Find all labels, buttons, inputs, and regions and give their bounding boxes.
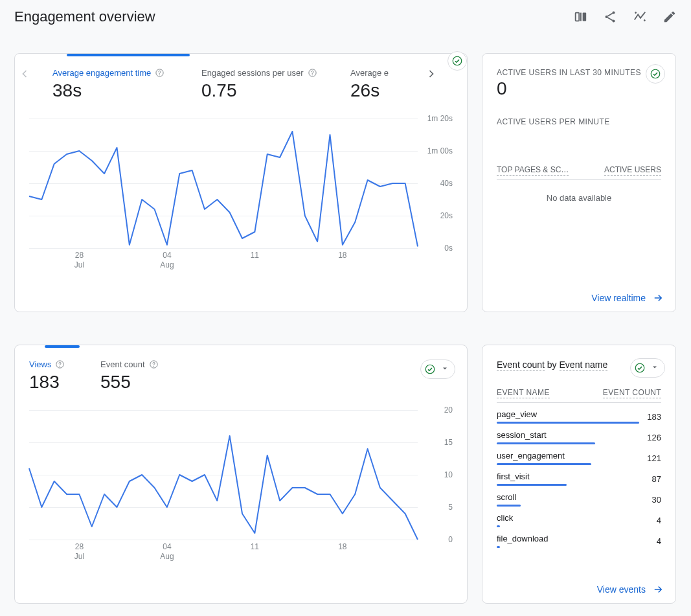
y-tick: 1m 20s — [427, 114, 453, 123]
arrow-right-icon — [652, 292, 664, 304]
metric-tab[interactable]: Engaged sessions per user0.75 — [201, 68, 350, 102]
event-name: session_start — [497, 430, 639, 440]
engagement-chart: 0s20s40s1m 00s1m 20s 28Jul04Aug1118 — [29, 119, 453, 273]
col-event-name: EVENT NAME — [497, 388, 550, 398]
realtime-headline-value: 0 — [497, 78, 661, 99]
page-header: Engagement overview — [14, 0, 677, 31]
help-icon[interactable] — [308, 68, 317, 78]
svg-point-14 — [60, 366, 60, 367]
data-quality-badge[interactable] — [646, 64, 665, 84]
event-bar — [497, 463, 591, 465]
event-value: 183 — [647, 412, 661, 422]
event-row[interactable]: page_view183 — [497, 403, 661, 424]
metric-value: 183 — [29, 371, 100, 393]
help-icon[interactable] — [155, 68, 164, 78]
x-tick: 04Aug — [160, 251, 174, 270]
view-realtime-link[interactable]: View realtime — [482, 284, 675, 312]
metric-name[interactable]: Event count — [497, 359, 545, 371]
x-tick: 28Jul — [74, 251, 84, 270]
event-bar — [497, 422, 639, 424]
edit-icon[interactable] — [663, 10, 677, 24]
data-quality-badge[interactable] — [630, 358, 665, 378]
share-icon[interactable] — [603, 10, 617, 24]
svg-point-16 — [153, 366, 153, 367]
x-tick: 18 — [338, 251, 346, 260]
card-event-breakdown: Event count by Event name EVENT NAME EVE… — [482, 345, 676, 604]
dimension-name[interactable]: Event name — [560, 359, 608, 371]
x-tick: 11 — [251, 251, 259, 260]
x-tick: 04Aug — [160, 542, 174, 562]
page-title: Engagement overview — [14, 8, 155, 25]
svg-point-17 — [635, 363, 644, 372]
y-tick: 0s — [444, 244, 453, 253]
metric-value: 38s — [52, 79, 201, 102]
event-bar — [497, 442, 595, 444]
arrow-right-icon — [652, 584, 664, 595]
event-name: click — [497, 513, 649, 523]
svg-point-8 — [159, 74, 160, 75]
metric-tabs: Average engagement time38sEngaged sessio… — [29, 68, 453, 102]
metric-tabs: Views183Event count555 — [29, 359, 453, 393]
metric-label: Average e — [350, 68, 402, 78]
realtime-col-users: ACTIVE USERS — [604, 165, 661, 176]
x-tick: 28Jul — [74, 542, 84, 562]
metric-label: Engaged sessions per user — [201, 68, 350, 78]
check-circle-icon — [649, 67, 662, 80]
event-row[interactable]: user_engagement121 — [497, 444, 661, 465]
svg-point-11 — [651, 69, 660, 78]
event-bar — [497, 484, 567, 486]
y-tick: 10 — [444, 470, 453, 479]
metric-value: 26s — [350, 79, 402, 102]
col-event-count: EVENT COUNT — [603, 388, 661, 398]
event-name: file_download — [497, 534, 649, 543]
svg-rect-2 — [583, 13, 587, 21]
y-tick: 20 — [444, 405, 453, 415]
x-tick: 18 — [338, 542, 346, 552]
metric-tab[interactable]: Average engagement time38s — [52, 68, 201, 102]
check-circle-icon — [633, 361, 646, 374]
realtime-col-pages: TOP PAGES & SC… — [497, 165, 569, 176]
card-engagement: Average engagement time38sEngaged sessio… — [14, 53, 468, 312]
event-value: 121 — [647, 453, 661, 463]
event-bar — [497, 505, 521, 507]
event-value: 126 — [647, 433, 661, 442]
metric-value: 555 — [100, 371, 230, 393]
event-row[interactable]: click4 — [497, 507, 661, 527]
event-rows: page_view183session_start126user_engagem… — [497, 403, 661, 548]
row-2: Views183Event count555 05101520 28Jul04A… — [14, 345, 677, 604]
svg-rect-1 — [580, 13, 582, 21]
svg-point-6 — [453, 56, 462, 65]
y-tick: 40s — [440, 179, 453, 188]
event-row[interactable]: file_download4 — [497, 527, 661, 548]
event-row[interactable]: session_start126 — [497, 424, 661, 444]
help-icon[interactable] — [149, 359, 159, 369]
event-value: 4 — [657, 536, 661, 546]
y-tick: 1m 00s — [427, 146, 453, 155]
table-header: EVENT NAME EVENT COUNT — [497, 388, 661, 398]
compare-icon[interactable] — [573, 10, 587, 24]
event-row[interactable]: scroll30 — [497, 486, 661, 507]
metric-value: 0.75 — [201, 79, 350, 102]
realtime-headline-label: ACTIVE USERS IN LAST 30 MINUTES — [497, 68, 661, 77]
event-name: scroll — [497, 492, 644, 502]
realtime-empty-state: No data available — [497, 193, 661, 203]
metric-label: Average engagement time — [52, 68, 201, 78]
card-realtime: ACTIVE USERS IN LAST 30 MINUTES 0 ACTIVE… — [482, 53, 676, 312]
event-row[interactable]: first_visit87 — [497, 465, 661, 486]
view-events-link[interactable]: View events — [482, 576, 675, 603]
help-icon[interactable] — [55, 359, 65, 369]
event-value: 4 — [657, 516, 661, 525]
y-tick: 5 — [448, 503, 453, 512]
toolbar — [573, 10, 677, 24]
svg-rect-0 — [576, 13, 580, 21]
link-label: View events — [597, 584, 646, 595]
metric-tab[interactable]: Views183 — [29, 359, 100, 393]
card-views: Views183Event count555 05101520 28Jul04A… — [14, 345, 468, 604]
event-name: page_view — [497, 409, 639, 419]
link-label: View realtime — [591, 293, 646, 303]
realtime-table-header: TOP PAGES & SC… ACTIVE USERS — [497, 165, 661, 176]
metric-tab[interactable]: Average e26s — [350, 68, 402, 102]
metric-tab[interactable]: Event count555 — [100, 359, 230, 393]
insights-icon[interactable] — [633, 10, 647, 24]
caret-down-icon[interactable] — [649, 363, 661, 373]
